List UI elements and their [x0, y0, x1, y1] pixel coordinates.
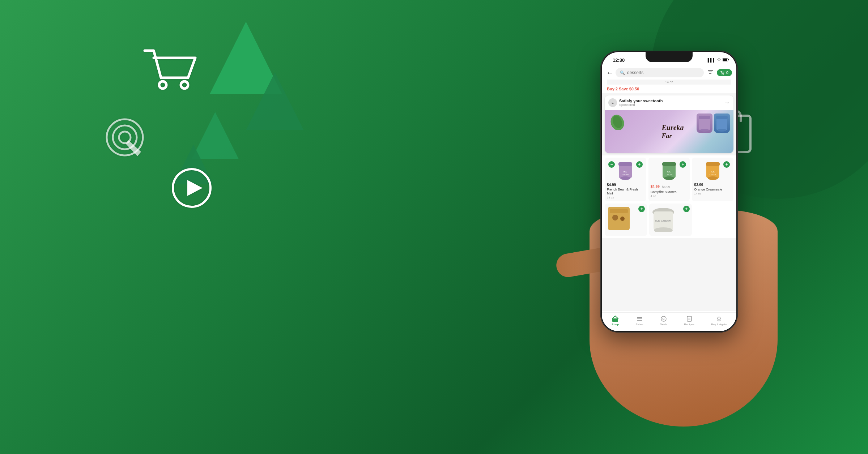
product-card-4[interactable]: + [605, 204, 647, 236]
add-btn-2[interactable]: + [680, 161, 686, 168]
target-icon-decoration [101, 116, 148, 164]
search-input[interactable]: 🔍 desserts [616, 68, 704, 77]
product-name-3: Orange Creamsicle [694, 188, 731, 192]
brand-logo: E [608, 98, 617, 107]
svg-rect-29 [618, 162, 632, 166]
svg-text:ICE: ICE [667, 171, 671, 173]
brand-initial: E [612, 101, 613, 104]
remove-btn-1[interactable]: − [608, 161, 615, 168]
banner-cup-blue [714, 113, 730, 133]
svg-point-40 [708, 176, 718, 180]
phone-hand-container: 12:30 ▌▌▌ ← 🔍 desserts [571, 29, 796, 427]
svg-rect-12 [723, 59, 727, 61]
back-button[interactable]: ← [606, 69, 613, 77]
product-name-2: Campfire S'Mores [651, 190, 688, 194]
oz-label: 14 oz [607, 80, 731, 85]
product-price-row-2: $4.99 $6.99 [651, 183, 688, 189]
svg-point-24 [700, 129, 709, 132]
banner-leaf [608, 112, 626, 130]
svg-text:ICE CREAM: ICE CREAM [655, 219, 672, 222]
cart-count: 0 [726, 70, 728, 75]
product-price-1: $4.99 [607, 183, 644, 187]
product-sale-price-2: $4.99 [651, 185, 660, 189]
add-btn-5[interactable]: + [683, 206, 690, 212]
svg-point-1 [181, 81, 188, 89]
battery-icon [723, 58, 729, 62]
svg-rect-23 [699, 116, 710, 119]
svg-rect-34 [662, 162, 676, 166]
svg-point-19 [723, 74, 724, 74]
product-card-5[interactable]: ICE CREAM + [649, 204, 692, 236]
play-icon-decoration [170, 166, 213, 211]
phone-notch [646, 52, 693, 62]
banner-cup-purple [697, 113, 712, 133]
sponsored-left: E Satisfy your sweetooth Sponsored [608, 98, 663, 107]
svg-rect-13 [728, 59, 729, 60]
add-btn-1[interactable]: + [636, 161, 643, 168]
product-card-1[interactable]: ICE CREAM − + $4.99 French Bean & Fresh … [605, 158, 646, 201]
search-bar: ← 🔍 desserts 0 [602, 67, 736, 79]
phone-screen: 12:30 ▌▌▌ ← 🔍 desserts [602, 52, 736, 331]
svg-text:CREAM: CREAM [710, 174, 716, 176]
svg-text:CREAM: CREAM [666, 174, 672, 176]
product-img-2: ICE CREAM + [651, 160, 688, 181]
products-grid: ICE CREAM − + $4.99 French Bean & Fresh … [602, 155, 736, 204]
svg-point-18 [722, 74, 722, 74]
banner-brand-text: EurekaFar [661, 124, 684, 140]
product-img-5: ICE CREAM [651, 205, 676, 232]
sponsored-card[interactable]: E Satisfy your sweetooth Sponsored → [605, 95, 733, 153]
cart-button[interactable]: 0 [717, 69, 732, 76]
product-size-3: 14 oz [694, 192, 731, 195]
svg-rect-26 [716, 116, 728, 119]
add-btn-3[interactable]: + [723, 161, 730, 168]
product-card-6-placeholder [694, 204, 733, 236]
products-row-2: + ICE CREAM + [602, 204, 736, 238]
sponsored-arrow[interactable]: → [724, 99, 730, 106]
product-img-4 [606, 205, 631, 232]
status-icons: ▌▌▌ [708, 58, 729, 62]
sponsored-subtitle: Sponsored [619, 103, 663, 107]
sponsored-banner: EurekaFar [605, 110, 733, 153]
product-size-2: 4 oz [651, 194, 688, 198]
signal-icon: ▌▌▌ [708, 58, 715, 62]
cart-icon-decoration [141, 43, 199, 95]
promo-banner: Buy 2 Save $0.50 [602, 85, 736, 93]
phone: 12:30 ▌▌▌ ← 🔍 desserts [600, 51, 738, 333]
svg-point-45 [612, 215, 618, 220]
add-btn-4[interactable]: + [638, 206, 645, 212]
promo-text: Buy 2 Save $0.50 [607, 87, 639, 91]
svg-text:ICE: ICE [624, 171, 627, 173]
search-icon: 🔍 [620, 70, 625, 75]
triangle-2 [246, 72, 304, 130]
status-time: 12:30 [613, 57, 625, 63]
search-query: desserts [627, 70, 643, 75]
product-cup-2: ICE CREAM [660, 160, 678, 181]
svg-text:CREAM: CREAM [622, 174, 629, 176]
product-cup-1: ICE CREAM [617, 160, 634, 181]
sponsored-text: Satisfy your sweetooth Sponsored [619, 99, 663, 107]
svg-rect-44 [610, 209, 628, 213]
product-img-3: ICE CREAM + [694, 160, 731, 181]
product-img-1: ICE CREAM − + [607, 160, 644, 181]
product-card-3[interactable]: ICE CREAM + $3.99 Orange Creamsicle 14 o… [692, 158, 733, 201]
wifi-icon [717, 58, 721, 62]
svg-point-46 [620, 217, 625, 221]
svg-rect-25 [716, 117, 727, 130]
svg-point-35 [664, 176, 674, 180]
product-price-3: $3.99 [694, 183, 731, 187]
app-content[interactable]: 14 oz Buy 2 Save $0.50 E Satisfy your sw… [602, 79, 736, 311]
triangle-1 [210, 22, 282, 94]
svg-point-0 [159, 81, 166, 89]
svg-rect-22 [699, 117, 710, 130]
svg-point-27 [718, 129, 726, 132]
filter-button[interactable] [706, 68, 715, 77]
sponsored-title: Satisfy your sweetooth [619, 99, 663, 103]
sponsored-header: E Satisfy your sweetooth Sponsored → [605, 95, 733, 110]
product-name-1: French Bean & Fresh Mint [607, 188, 644, 196]
svg-rect-39 [706, 162, 720, 166]
product-cup-3: ICE CREAM [704, 160, 722, 181]
svg-marker-7 [187, 180, 203, 196]
banner-products [697, 113, 730, 133]
product-card-2[interactable]: ICE CREAM + $4.99 $6.99 Campfire S'Mores… [648, 158, 690, 201]
product-size-1: 14 oz [607, 196, 644, 199]
